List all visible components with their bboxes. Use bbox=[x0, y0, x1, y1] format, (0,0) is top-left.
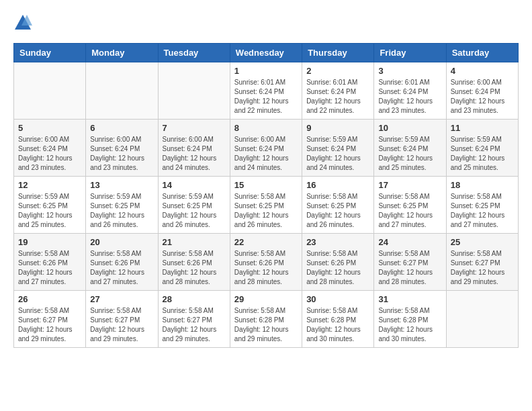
calendar-cell: 29Sunrise: 5:58 AM Sunset: 6:28 PM Dayli… bbox=[230, 291, 302, 348]
day-info: Sunrise: 5:58 AM Sunset: 6:26 PM Dayligh… bbox=[163, 249, 226, 287]
day-number: 5 bbox=[18, 123, 81, 133]
calendar-cell: 22Sunrise: 5:58 AM Sunset: 6:26 PM Dayli… bbox=[230, 234, 302, 291]
day-info: Sunrise: 6:01 AM Sunset: 6:24 PM Dayligh… bbox=[378, 78, 441, 116]
calendar-cell: 12Sunrise: 5:59 AM Sunset: 6:25 PM Dayli… bbox=[14, 177, 86, 234]
calendar-cell: 28Sunrise: 5:58 AM Sunset: 6:27 PM Dayli… bbox=[158, 291, 230, 348]
calendar-cell: 16Sunrise: 5:58 AM Sunset: 6:25 PM Dayli… bbox=[302, 177, 374, 234]
day-number: 31 bbox=[378, 294, 441, 304]
day-number: 14 bbox=[163, 180, 226, 190]
calendar-cell: 10Sunrise: 5:59 AM Sunset: 6:24 PM Dayli… bbox=[374, 120, 446, 177]
calendar-cell bbox=[446, 291, 518, 348]
day-info: Sunrise: 5:58 AM Sunset: 6:28 PM Dayligh… bbox=[306, 306, 369, 344]
day-info: Sunrise: 5:58 AM Sunset: 6:27 PM Dayligh… bbox=[163, 306, 226, 344]
calendar-cell: 21Sunrise: 5:58 AM Sunset: 6:26 PM Dayli… bbox=[158, 234, 230, 291]
day-info: Sunrise: 5:58 AM Sunset: 6:28 PM Dayligh… bbox=[234, 306, 298, 344]
day-number: 13 bbox=[90, 180, 153, 190]
calendar-cell: 25Sunrise: 5:58 AM Sunset: 6:27 PM Dayli… bbox=[446, 234, 518, 291]
day-number: 12 bbox=[18, 180, 81, 190]
day-info: Sunrise: 6:00 AM Sunset: 6:24 PM Dayligh… bbox=[18, 135, 81, 173]
calendar-cell: 1Sunrise: 6:01 AM Sunset: 6:24 PM Daylig… bbox=[230, 62, 302, 120]
calendar-week-row: 12Sunrise: 5:59 AM Sunset: 6:25 PM Dayli… bbox=[14, 177, 519, 234]
weekday-header-thursday: Thursday bbox=[302, 44, 374, 62]
day-info: Sunrise: 5:58 AM Sunset: 6:27 PM Dayligh… bbox=[90, 306, 153, 344]
day-number: 3 bbox=[378, 66, 441, 76]
day-info: Sunrise: 5:59 AM Sunset: 6:25 PM Dayligh… bbox=[90, 192, 153, 230]
day-number: 8 bbox=[234, 123, 298, 133]
logo-icon bbox=[13, 13, 32, 32]
calendar-cell: 3Sunrise: 6:01 AM Sunset: 6:24 PM Daylig… bbox=[374, 62, 446, 120]
day-info: Sunrise: 5:59 AM Sunset: 6:24 PM Dayligh… bbox=[378, 135, 441, 173]
calendar-cell: 20Sunrise: 5:58 AM Sunset: 6:26 PM Dayli… bbox=[86, 234, 158, 291]
weekday-header-tuesday: Tuesday bbox=[158, 44, 230, 62]
day-info: Sunrise: 6:00 AM Sunset: 6:24 PM Dayligh… bbox=[90, 135, 153, 173]
calendar-cell: 19Sunrise: 5:58 AM Sunset: 6:26 PM Dayli… bbox=[14, 234, 86, 291]
page-header bbox=[13, 13, 519, 32]
day-number: 29 bbox=[234, 294, 298, 304]
day-info: Sunrise: 5:58 AM Sunset: 6:26 PM Dayligh… bbox=[234, 249, 298, 287]
day-number: 11 bbox=[451, 123, 514, 133]
calendar-cell: 26Sunrise: 5:58 AM Sunset: 6:27 PM Dayli… bbox=[14, 291, 86, 348]
day-number: 6 bbox=[90, 123, 153, 133]
calendar-cell: 9Sunrise: 5:59 AM Sunset: 6:24 PM Daylig… bbox=[302, 120, 374, 177]
calendar-week-row: 26Sunrise: 5:58 AM Sunset: 6:27 PM Dayli… bbox=[14, 291, 519, 348]
day-info: Sunrise: 5:58 AM Sunset: 6:26 PM Dayligh… bbox=[306, 249, 369, 287]
day-info: Sunrise: 5:58 AM Sunset: 6:27 PM Dayligh… bbox=[451, 249, 514, 287]
day-info: Sunrise: 5:58 AM Sunset: 6:25 PM Dayligh… bbox=[378, 192, 441, 230]
day-number: 4 bbox=[451, 66, 514, 76]
day-number: 16 bbox=[306, 180, 369, 190]
calendar-cell: 8Sunrise: 6:00 AM Sunset: 6:24 PM Daylig… bbox=[230, 120, 302, 177]
calendar-cell: 27Sunrise: 5:58 AM Sunset: 6:27 PM Dayli… bbox=[86, 291, 158, 348]
day-number: 18 bbox=[451, 180, 514, 190]
day-info: Sunrise: 5:58 AM Sunset: 6:25 PM Dayligh… bbox=[234, 192, 298, 230]
calendar-cell: 5Sunrise: 6:00 AM Sunset: 6:24 PM Daylig… bbox=[14, 120, 86, 177]
day-number: 1 bbox=[234, 66, 298, 76]
calendar-table: SundayMondayTuesdayWednesdayThursdayFrid… bbox=[13, 43, 519, 348]
weekday-header-wednesday: Wednesday bbox=[230, 44, 302, 62]
day-number: 26 bbox=[18, 294, 81, 304]
calendar-week-row: 5Sunrise: 6:00 AM Sunset: 6:24 PM Daylig… bbox=[14, 120, 519, 177]
day-number: 30 bbox=[306, 294, 369, 304]
day-info: Sunrise: 5:58 AM Sunset: 6:27 PM Dayligh… bbox=[378, 249, 441, 287]
calendar-cell bbox=[158, 62, 230, 120]
calendar-cell bbox=[86, 62, 158, 120]
day-info: Sunrise: 5:59 AM Sunset: 6:24 PM Dayligh… bbox=[306, 135, 369, 173]
calendar-week-row: 19Sunrise: 5:58 AM Sunset: 6:26 PM Dayli… bbox=[14, 234, 519, 291]
day-number: 25 bbox=[451, 237, 514, 247]
calendar-cell: 17Sunrise: 5:58 AM Sunset: 6:25 PM Dayli… bbox=[374, 177, 446, 234]
day-number: 27 bbox=[90, 294, 153, 304]
calendar-cell: 15Sunrise: 5:58 AM Sunset: 6:25 PM Dayli… bbox=[230, 177, 302, 234]
day-info: Sunrise: 5:59 AM Sunset: 6:25 PM Dayligh… bbox=[18, 192, 81, 230]
day-info: Sunrise: 6:01 AM Sunset: 6:24 PM Dayligh… bbox=[306, 78, 369, 116]
day-info: Sunrise: 5:58 AM Sunset: 6:27 PM Dayligh… bbox=[18, 306, 81, 344]
calendar-cell: 14Sunrise: 5:59 AM Sunset: 6:25 PM Dayli… bbox=[158, 177, 230, 234]
day-number: 24 bbox=[378, 237, 441, 247]
calendar-cell: 31Sunrise: 5:58 AM Sunset: 6:28 PM Dayli… bbox=[374, 291, 446, 348]
day-info: Sunrise: 6:00 AM Sunset: 6:24 PM Dayligh… bbox=[234, 135, 298, 173]
day-info: Sunrise: 5:59 AM Sunset: 6:24 PM Dayligh… bbox=[451, 135, 514, 173]
calendar-cell: 18Sunrise: 5:58 AM Sunset: 6:25 PM Dayli… bbox=[446, 177, 518, 234]
day-number: 19 bbox=[18, 237, 81, 247]
day-info: Sunrise: 5:59 AM Sunset: 6:25 PM Dayligh… bbox=[163, 192, 226, 230]
logo bbox=[13, 13, 35, 32]
day-number: 22 bbox=[234, 237, 298, 247]
day-number: 2 bbox=[306, 66, 369, 76]
weekday-header-friday: Friday bbox=[374, 44, 446, 62]
calendar-cell: 30Sunrise: 5:58 AM Sunset: 6:28 PM Dayli… bbox=[302, 291, 374, 348]
day-info: Sunrise: 6:00 AM Sunset: 6:24 PM Dayligh… bbox=[163, 135, 226, 173]
calendar-cell: 7Sunrise: 6:00 AM Sunset: 6:24 PM Daylig… bbox=[158, 120, 230, 177]
weekday-header-monday: Monday bbox=[86, 44, 158, 62]
calendar-cell: 23Sunrise: 5:58 AM Sunset: 6:26 PM Dayli… bbox=[302, 234, 374, 291]
day-info: Sunrise: 5:58 AM Sunset: 6:28 PM Dayligh… bbox=[378, 306, 441, 344]
day-number: 9 bbox=[306, 123, 369, 133]
day-info: Sunrise: 5:58 AM Sunset: 6:26 PM Dayligh… bbox=[90, 249, 153, 287]
day-info: Sunrise: 5:58 AM Sunset: 6:26 PM Dayligh… bbox=[18, 249, 81, 287]
day-number: 17 bbox=[378, 180, 441, 190]
day-number: 10 bbox=[378, 123, 441, 133]
weekday-header-saturday: Saturday bbox=[446, 44, 518, 62]
weekday-header-sunday: Sunday bbox=[14, 44, 86, 62]
calendar-cell: 4Sunrise: 6:00 AM Sunset: 6:24 PM Daylig… bbox=[446, 62, 518, 120]
weekday-header-row: SundayMondayTuesdayWednesdayThursdayFrid… bbox=[14, 44, 519, 62]
calendar-cell bbox=[14, 62, 86, 120]
calendar-cell: 6Sunrise: 6:00 AM Sunset: 6:24 PM Daylig… bbox=[86, 120, 158, 177]
day-number: 20 bbox=[90, 237, 153, 247]
